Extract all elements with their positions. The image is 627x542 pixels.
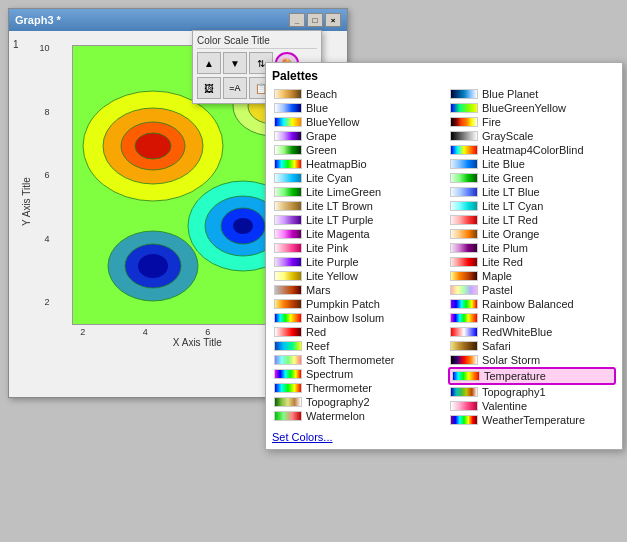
palette-item[interactable]: BlueYellow xyxy=(272,115,440,129)
palette-swatch xyxy=(274,411,302,421)
tool-btn-up[interactable]: ▲ xyxy=(197,52,221,74)
palette-label: Rainbow xyxy=(482,312,525,324)
palette-label: Blue Planet xyxy=(482,88,538,100)
tool-btn-down[interactable]: ▼ xyxy=(223,52,247,74)
palette-item[interactable]: Lite LT Purple xyxy=(272,213,440,227)
palette-item[interactable]: Maple xyxy=(448,269,616,283)
palette-label: Blue xyxy=(306,102,328,114)
palette-item[interactable]: Fire xyxy=(448,115,616,129)
tool-btn-image[interactable]: 🖼 xyxy=(197,77,221,99)
palette-item[interactable]: HeatmapBio xyxy=(272,157,440,171)
palette-item[interactable]: Rainbow xyxy=(448,311,616,325)
palette-swatch xyxy=(274,285,302,295)
palette-swatch xyxy=(274,103,302,113)
palette-swatch xyxy=(450,117,478,127)
palette-item[interactable]: GrayScale xyxy=(448,129,616,143)
palette-item[interactable]: Solar Storm xyxy=(448,353,616,367)
minimize-button[interactable]: _ xyxy=(289,13,305,27)
svg-point-8 xyxy=(233,218,253,234)
palette-item[interactable]: Topography1 xyxy=(448,385,616,399)
palette-swatch xyxy=(274,313,302,323)
palette-swatch xyxy=(450,243,478,253)
palette-item[interactable]: Topography2 xyxy=(272,395,440,409)
palette-swatch xyxy=(274,215,302,225)
tool-btn-text[interactable]: =A xyxy=(223,77,247,99)
palette-item[interactable]: Lite Pink xyxy=(272,241,440,255)
palette-item[interactable]: Rainbow Balanced xyxy=(448,297,616,311)
palette-item[interactable]: Lite Orange xyxy=(448,227,616,241)
palette-item[interactable]: Grape xyxy=(272,129,440,143)
palette-swatch xyxy=(450,271,478,281)
palette-item[interactable]: Beach xyxy=(272,87,440,101)
palette-label: Lite Green xyxy=(482,172,533,184)
palette-item[interactable]: Lite Blue xyxy=(448,157,616,171)
palette-item[interactable]: Lite Yellow xyxy=(272,269,440,283)
palette-swatch xyxy=(450,187,478,197)
palette-swatch xyxy=(450,131,478,141)
palette-label: GrayScale xyxy=(482,130,533,142)
palette-item[interactable]: Spectrum xyxy=(272,367,440,381)
palette-swatch xyxy=(450,89,478,99)
palette-swatch xyxy=(452,371,480,381)
palette-swatch xyxy=(450,299,478,309)
palette-label: Lite LT Purple xyxy=(306,214,373,226)
palette-swatch xyxy=(274,117,302,127)
palette-item[interactable]: Mars xyxy=(272,283,440,297)
palette-item[interactable]: Lite Green xyxy=(448,171,616,185)
palette-label: Lite LimeGreen xyxy=(306,186,381,198)
palette-item[interactable]: Watermelon xyxy=(272,409,440,423)
x-tick-2: 2 xyxy=(80,327,85,337)
palette-item[interactable]: Lite Magenta xyxy=(272,227,440,241)
palette-columns: BeachBlueBlueYellowGrapeGreenHeatmapBioL… xyxy=(272,87,616,427)
palette-swatch xyxy=(450,173,478,183)
palette-item[interactable]: Blue xyxy=(272,101,440,115)
palette-item[interactable]: Lite LT Brown xyxy=(272,199,440,213)
palette-item[interactable]: Lite Red xyxy=(448,255,616,269)
maximize-button[interactable]: □ xyxy=(307,13,323,27)
set-colors-link[interactable]: Set Colors... xyxy=(272,431,616,443)
palette-label: Lite LT Blue xyxy=(482,186,540,198)
palette-item[interactable]: RedWhiteBlue xyxy=(448,325,616,339)
palette-label: Fire xyxy=(482,116,501,128)
palette-item[interactable]: Lite Purple xyxy=(272,255,440,269)
palette-item[interactable]: Lite Plum xyxy=(448,241,616,255)
palette-label: Lite LT Cyan xyxy=(482,200,543,212)
palette-item[interactable]: Soft Thermometer xyxy=(272,353,440,367)
palette-item[interactable]: Valentine xyxy=(448,399,616,413)
palette-item[interactable]: Safari xyxy=(448,339,616,353)
palette-item[interactable]: Green xyxy=(272,143,440,157)
palette-swatch xyxy=(450,341,478,351)
palette-item[interactable]: Thermometer xyxy=(272,381,440,395)
palette-item[interactable]: Rainbow Isolum xyxy=(272,311,440,325)
palette-item[interactable]: Heatmap4ColorBlind xyxy=(448,143,616,157)
palette-item[interactable]: Pastel xyxy=(448,283,616,297)
palette-item[interactable]: Lite LimeGreen xyxy=(272,185,440,199)
palette-label: WeatherTemperature xyxy=(482,414,585,426)
color-scale-title: Color Scale Title xyxy=(197,35,317,49)
palette-item[interactable]: Red xyxy=(272,325,440,339)
palette-swatch xyxy=(274,89,302,99)
palette-label: Red xyxy=(306,326,326,338)
palette-label: Mars xyxy=(306,284,330,296)
palette-item[interactable]: WeatherTemperature xyxy=(448,413,616,427)
palette-swatch xyxy=(274,201,302,211)
palette-item[interactable]: Pumpkin Patch xyxy=(272,297,440,311)
palette-item[interactable]: Blue Planet xyxy=(448,87,616,101)
palette-label: Lite Blue xyxy=(482,158,525,170)
palette-swatch xyxy=(450,387,478,397)
palette-item[interactable]: Lite LT Cyan xyxy=(448,199,616,213)
palette-item[interactable]: Temperature xyxy=(448,367,616,385)
palette-swatch xyxy=(274,159,302,169)
close-button[interactable]: × xyxy=(325,13,341,27)
palette-label: Topography2 xyxy=(306,396,370,408)
palette-swatch xyxy=(274,145,302,155)
palette-left-column: BeachBlueBlueYellowGrapeGreenHeatmapBioL… xyxy=(272,87,440,427)
palette-item[interactable]: Lite Cyan xyxy=(272,171,440,185)
palette-swatch xyxy=(450,355,478,365)
palette-label: Beach xyxy=(306,88,337,100)
palette-item[interactable]: BlueGreenYellow xyxy=(448,101,616,115)
palettes-section-title: Palettes xyxy=(272,69,616,83)
palette-item[interactable]: Lite LT Red xyxy=(448,213,616,227)
palette-item[interactable]: Lite LT Blue xyxy=(448,185,616,199)
palette-item[interactable]: Reef xyxy=(272,339,440,353)
